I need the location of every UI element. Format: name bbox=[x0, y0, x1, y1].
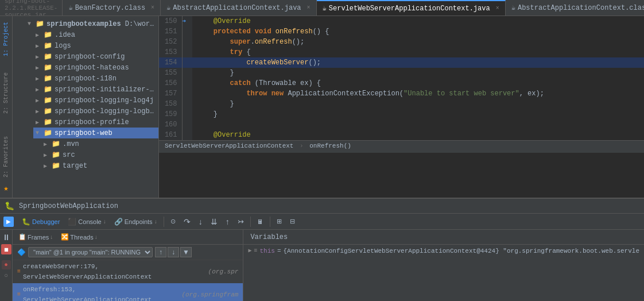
rerun-button[interactable]: ▶ bbox=[3, 217, 14, 227]
thread-dropdown[interactable]: "main" @1 in group "main": RUNNING bbox=[28, 247, 153, 257]
code-line-155: 155 } bbox=[159, 68, 644, 78]
pause-button[interactable]: ⏸ bbox=[1, 232, 11, 242]
code-line-153: 153 try { bbox=[159, 47, 644, 57]
thread-filter-btn[interactable]: ▼ bbox=[180, 247, 192, 257]
tree-item-initializer[interactable]: ▶ 📁 springboot-initializer-quick bbox=[33, 84, 158, 95]
line-num-161: 161 bbox=[159, 130, 182, 140]
frame-icon-1: ≡ bbox=[17, 290, 21, 300]
src-label: src bbox=[63, 151, 75, 159]
tree-item-root[interactable]: ▼ 📁 springbootexamples D:\worksp bbox=[25, 18, 158, 29]
line-gutter-152 bbox=[182, 37, 192, 47]
variables-panel-header: Variables bbox=[243, 230, 644, 245]
vtab-project[interactable]: 1: Project bbox=[1, 18, 11, 60]
clear-btn[interactable]: ○ bbox=[2, 271, 11, 280]
project-tree: ▼ 📁 springbootexamples D:\worksp ▶ 📁 .id… bbox=[13, 16, 159, 198]
var-item-this[interactable]: ▶ ≡ this = {AnnotationConfigServletWebSe… bbox=[243, 245, 644, 257]
threads-btn[interactable]: 🔀 Threads ↓ bbox=[59, 233, 99, 241]
tree-item-idea[interactable]: ▶ 📁 .idea bbox=[33, 29, 158, 40]
line-code-154: createWebServer(); bbox=[192, 57, 644, 68]
show-execution-btn[interactable]: ⊙ bbox=[167, 217, 179, 226]
tree-item-logging-logback[interactable]: ▶ 📁 springboot-logging-logbac bbox=[33, 106, 158, 117]
evaluate-btn[interactable]: 🖩 bbox=[254, 217, 267, 226]
init-label: springboot-initializer-quick bbox=[55, 86, 156, 94]
code-line-156: 156 catch (Throwable ex) { bbox=[159, 78, 644, 88]
frames-btn[interactable]: 📋 Frames ↓ bbox=[16, 233, 55, 241]
tab-close-servlet[interactable]: × bbox=[496, 5, 499, 11]
tab-close-abstract[interactable]: × bbox=[307, 5, 311, 11]
line-code-156: catch (Throwable ex) { bbox=[192, 78, 644, 88]
debug-toolbar: ▶ 🐛 Debugger ⬛ Console ↓ 🔗 Endpoints ↓ ⊙ bbox=[0, 214, 644, 230]
web-label: springboot-web bbox=[55, 129, 112, 137]
tree-item-logging-log4j[interactable]: ▶ 📁 springboot-logging-log4j bbox=[33, 95, 158, 106]
endpoints-icon: 🔗 bbox=[114, 218, 123, 226]
mvn-icon: 📁 bbox=[52, 140, 60, 148]
tab-close-beanfactory[interactable]: × bbox=[151, 5, 154, 11]
step-over-icon: ↷ bbox=[184, 217, 191, 226]
debugger-tab[interactable]: 🐛 Debugger bbox=[18, 217, 63, 227]
mute-breakpoints-btn[interactable]: ● bbox=[2, 260, 11, 269]
frame-method-1: onRefresh:153, ServletWebServerApplicati… bbox=[23, 284, 181, 301]
code-editor[interactable]: 150 ➔ @Override 151 protected void onRef… bbox=[159, 16, 644, 198]
thread-selector: 🔷 "main" @1 in group "main": RUNNING ↑ ↓… bbox=[13, 245, 243, 260]
tree-item-src[interactable]: ▶ 📁 src bbox=[41, 149, 158, 160]
line-code-150: @Override bbox=[192, 16, 644, 26]
frame-icon-0: ≡ bbox=[17, 267, 21, 277]
debug-icon[interactable]: 🐛 bbox=[5, 201, 14, 211]
tab-beanfactory[interactable]: ☕ BeanFactory.class × bbox=[63, 0, 161, 16]
step-over-btn[interactable]: ↷ bbox=[180, 216, 194, 227]
endpoints-tab[interactable]: 🔗 Endpoints ↓ bbox=[111, 217, 161, 227]
run-to-cursor-btn[interactable]: ↣ bbox=[234, 216, 247, 227]
force-step-into-btn[interactable]: ⇊ bbox=[207, 216, 221, 227]
star-icon[interactable]: ★ bbox=[3, 183, 8, 193]
trace-settings-btn[interactable]: ⊟ bbox=[286, 217, 298, 226]
tree-item-profile[interactable]: ▶ 📁 springboot-profile bbox=[33, 117, 158, 128]
tree-item-mvn[interactable]: ▶ 📁 .mvn bbox=[41, 138, 158, 149]
var-expand-icon: ▶ bbox=[248, 246, 251, 256]
vtab-structure[interactable]: 2: Structure bbox=[1, 69, 11, 117]
line-code-161: @Override bbox=[192, 130, 644, 140]
tree-item-target[interactable]: ▶ 📁 target bbox=[41, 160, 158, 171]
code-line-152: 152 super.onRefresh(); bbox=[159, 37, 644, 47]
target-arrow: ▶ bbox=[44, 163, 52, 169]
vtab-favorites[interactable]: 2: Favorites bbox=[1, 133, 11, 181]
line-gutter-157 bbox=[182, 88, 192, 99]
frames-list: ≡ createWebServer:179, ServletWebServerA… bbox=[13, 260, 243, 301]
tree-item-hateoas[interactable]: ▶ 📁 springboot-hateoas bbox=[33, 62, 158, 73]
frame-pkg-0: (org.spr bbox=[208, 267, 239, 277]
init-icon: 📁 bbox=[44, 85, 52, 94]
target-icon: 📁 bbox=[52, 161, 60, 170]
mute-icon: ● bbox=[4, 261, 8, 268]
trace-over-btn[interactable]: ⊞ bbox=[273, 217, 285, 226]
target-label: target bbox=[63, 162, 87, 170]
side-tabs: 1: Project 2: Structure 2: Favorites ★ bbox=[0, 16, 13, 198]
step-into-btn[interactable]: ↓ bbox=[195, 216, 206, 227]
breadcrumb-sep: › bbox=[300, 142, 304, 149]
thread-down-btn[interactable]: ↓ bbox=[168, 247, 179, 257]
tree-item-logs[interactable]: ▶ 📁 logs bbox=[33, 40, 158, 51]
step-out-icon: ↑ bbox=[226, 217, 230, 226]
step-out-btn[interactable]: ↑ bbox=[222, 216, 233, 227]
tree-item-config[interactable]: ▶ 📁 springboot-config bbox=[33, 51, 158, 62]
thread-up-btn[interactable]: ↑ bbox=[155, 247, 166, 257]
frame-item-0[interactable]: ≡ createWebServer:179, ServletWebServerA… bbox=[13, 260, 243, 283]
tab-servletwebserver[interactable]: ☕ ServletWebServerApplicationContext.jav… bbox=[317, 0, 506, 16]
tab-abstractappcontext[interactable]: ☕ AbstractApplicationContext.java × bbox=[161, 0, 317, 16]
tree-item-i18n[interactable]: ▶ 📁 springboot-i18n bbox=[33, 73, 158, 84]
mvn-arrow: ▶ bbox=[44, 141, 52, 148]
debug-panel: 🐛 SpringbootWebApplication ▶ 🐛 Debugger … bbox=[0, 198, 644, 301]
console-tab[interactable]: ⬛ Console ↓ bbox=[64, 217, 109, 227]
tab-abstractclass[interactable]: ☕ AbstractApplicationContext.class × bbox=[506, 0, 644, 16]
src-arrow: ▶ bbox=[44, 152, 52, 159]
debug-title-bar: 🐛 SpringbootWebApplication bbox=[0, 199, 644, 214]
force-step-icon: ⇊ bbox=[211, 217, 218, 226]
line-gutter-160 bbox=[182, 119, 192, 130]
logback-arrow: ▶ bbox=[36, 108, 44, 115]
tree-item-web[interactable]: ▼ 📁 springboot-web bbox=[33, 128, 158, 138]
frame-item-1[interactable]: ≡ onRefresh:153, ServletWebServerApplica… bbox=[13, 283, 243, 301]
line-num-160: 160 bbox=[159, 119, 182, 130]
panel-header-frames: 📋 Frames ↓ 🔀 Threads ↓ bbox=[13, 230, 243, 245]
threads-dropdown-icon: ↓ bbox=[95, 234, 98, 240]
logs-arrow: ▶ bbox=[36, 43, 44, 49]
stop-button[interactable]: ⏹ bbox=[1, 244, 11, 254]
thread-nav-buttons: ↑ ↓ ▼ bbox=[155, 247, 192, 257]
